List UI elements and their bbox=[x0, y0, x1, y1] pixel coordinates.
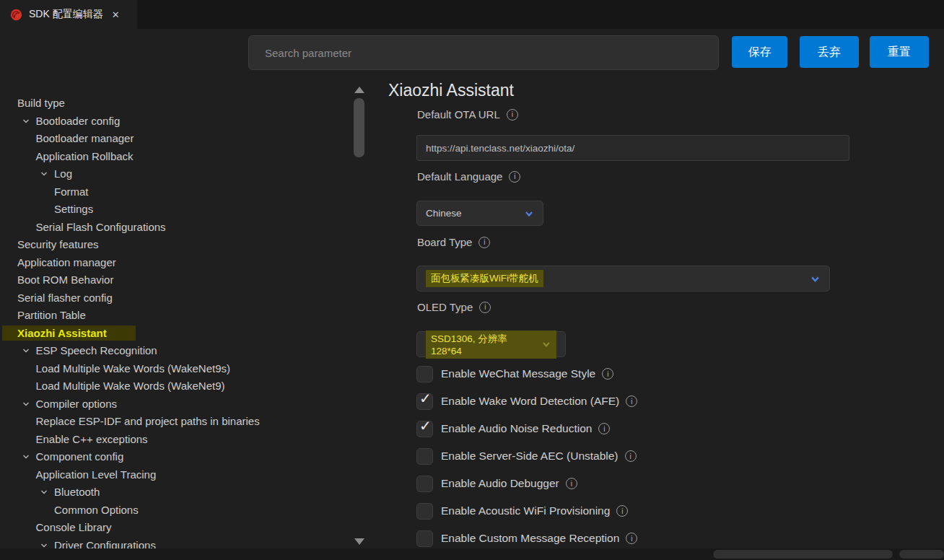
tree-item[interactable]: Load Multiple Wake Words (WakeNet9) bbox=[0, 377, 346, 395]
board-type-label: Board Type i bbox=[417, 236, 490, 248]
info-icon[interactable]: i bbox=[478, 237, 490, 248]
tree-item[interactable]: Application manager bbox=[0, 254, 346, 272]
chevron-down-icon[interactable] bbox=[21, 399, 31, 409]
tab-bar: SDK 配置编辑器 ✕ bbox=[0, 0, 944, 29]
tree-item[interactable]: Bootloader config bbox=[0, 113, 346, 131]
checkbox-label: Enable Wake Word Detection (AFE) bbox=[441, 395, 619, 408]
save-button[interactable]: 保存 bbox=[732, 36, 787, 68]
checkbox-label: Enable Server-Side AEC (Unstable) bbox=[441, 450, 619, 463]
checkbox[interactable]: ✓ bbox=[416, 393, 433, 410]
horizontal-scrollbar-thumb[interactable] bbox=[899, 550, 944, 559]
oled-type-label: OLED Type i bbox=[417, 301, 491, 313]
tree-item[interactable]: Compiler options bbox=[0, 395, 346, 414]
checkbox-row: ✓ Enable Wake Word Detection (AFE) i bbox=[416, 393, 637, 410]
info-icon[interactable]: i bbox=[507, 109, 518, 121]
tree-item-label: Replace ESP-IDF and project paths in bin… bbox=[36, 415, 260, 427]
info-icon[interactable]: i bbox=[602, 368, 613, 380]
ota-url-input[interactable] bbox=[416, 135, 849, 161]
info-icon[interactable]: i bbox=[625, 450, 637, 462]
tree-item-label: Enable C++ exceptions bbox=[36, 433, 148, 445]
tree-item[interactable]: Component config bbox=[0, 448, 346, 466]
chevron-down-icon bbox=[810, 274, 821, 284]
checkbox[interactable] bbox=[416, 530, 433, 547]
tree-item[interactable]: Bootloader manager bbox=[0, 130, 346, 148]
checkbox-label: Enable Custom Message Reception bbox=[441, 532, 619, 545]
vertical-scrollbar-thumb[interactable] bbox=[354, 98, 364, 157]
discard-button[interactable]: 丢弃 bbox=[800, 36, 859, 68]
chevron-down-icon[interactable] bbox=[21, 452, 31, 462]
info-icon[interactable]: i bbox=[509, 171, 520, 183]
chevron-down-icon[interactable] bbox=[39, 169, 49, 179]
chevron-down-icon[interactable] bbox=[21, 116, 31, 126]
search-input[interactable] bbox=[248, 35, 719, 70]
tree-item-label: Partition Table bbox=[17, 309, 86, 321]
oled-type-label-text: OLED Type bbox=[417, 301, 473, 313]
info-icon[interactable]: i bbox=[626, 533, 637, 544]
tree-item-label: Application manager bbox=[17, 256, 116, 268]
tree-item[interactable]: Partition Table bbox=[0, 307, 346, 325]
info-icon[interactable]: i bbox=[566, 478, 577, 489]
tab-title: SDK 配置编辑器 bbox=[29, 8, 103, 21]
checkmark-icon: ✓ bbox=[419, 417, 432, 434]
checkbox[interactable] bbox=[416, 366, 433, 382]
checkbox[interactable]: ✓ bbox=[416, 421, 433, 437]
checkbox[interactable] bbox=[416, 503, 433, 520]
tree-item[interactable]: Format bbox=[0, 183, 346, 201]
checkbox[interactable] bbox=[416, 476, 433, 492]
chevron-down-icon[interactable] bbox=[39, 487, 49, 497]
info-icon[interactable]: i bbox=[616, 505, 628, 517]
close-icon[interactable]: ✕ bbox=[112, 9, 120, 20]
tree-item-label: Load Multiple Wake Words (WakeNet9s) bbox=[36, 362, 231, 375]
info-icon[interactable]: i bbox=[598, 423, 610, 434]
checkbox[interactable] bbox=[416, 448, 433, 465]
info-icon[interactable]: i bbox=[479, 302, 491, 313]
horizontal-scrollbar-thumb[interactable] bbox=[713, 550, 893, 559]
tree-item[interactable]: Security features bbox=[0, 236, 346, 254]
oled-type-value-text: SSD1306, 分辨率128*64 bbox=[431, 333, 536, 356]
tree-item-label: Application Rollback bbox=[36, 150, 134, 162]
tree-item-label: Common Options bbox=[54, 504, 139, 516]
reset-button[interactable]: 重置 bbox=[870, 36, 929, 68]
tree-item-label: ESP Speech Recognition bbox=[36, 344, 157, 356]
tree-item[interactable]: Xiaozhi Assistant bbox=[0, 325, 346, 343]
tree-item-label: Security features bbox=[17, 238, 99, 250]
page-title: Xiaozhi Assistant bbox=[388, 81, 514, 100]
tree-item[interactable]: Load Multiple Wake Words (WakeNet9s) bbox=[0, 360, 346, 378]
scroll-down-arrow-icon[interactable] bbox=[354, 538, 364, 545]
oled-type-value: SSD1306, 分辨率128*64 bbox=[426, 331, 556, 359]
board-type-label-text: Board Type bbox=[417, 236, 472, 248]
tree-item-label: Log bbox=[54, 167, 72, 180]
default-language-select[interactable]: Chinese bbox=[416, 201, 543, 226]
tree-item[interactable]: Application Level Tracing bbox=[0, 466, 346, 484]
default-language-label-text: Default Language bbox=[417, 170, 502, 183]
tree-item[interactable]: Settings bbox=[0, 201, 346, 219]
checkbox-row: ✓ Enable Audio Noise Reduction i bbox=[416, 420, 610, 437]
tree-item[interactable]: ESP Speech Recognition bbox=[0, 342, 346, 360]
tree-item[interactable]: Log bbox=[0, 165, 346, 183]
tree-item-label: Bootloader config bbox=[36, 115, 121, 127]
tab-sdk-config-editor[interactable]: SDK 配置编辑器 ✕ bbox=[0, 0, 137, 29]
oled-type-select[interactable]: SSD1306, 分辨率128*64 bbox=[416, 331, 566, 357]
tree-item-label: Build type bbox=[17, 97, 65, 109]
board-type-select[interactable]: 面包板紧凑版WiFi带舵机 bbox=[416, 266, 830, 292]
checkbox-row: Enable Custom Message Reception i bbox=[416, 530, 637, 547]
chevron-down-icon[interactable] bbox=[21, 346, 31, 356]
tree-item[interactable]: Enable C++ exceptions bbox=[0, 431, 346, 449]
tree-item[interactable]: Serial Flash Configurations bbox=[0, 219, 346, 237]
tree-item[interactable]: Serial flasher config bbox=[0, 289, 346, 307]
tree-item[interactable]: Boot ROM Behavior bbox=[0, 271, 346, 289]
info-icon[interactable]: i bbox=[626, 395, 637, 407]
tree-item[interactable]: Console Library bbox=[0, 519, 346, 537]
tree-item[interactable]: Application Rollback bbox=[0, 148, 346, 166]
tree-item[interactable]: Replace ESP-IDF and project paths in bin… bbox=[0, 413, 346, 431]
tree-item[interactable]: Bluetooth bbox=[0, 484, 346, 502]
tree-item-label: Boot ROM Behavior bbox=[17, 274, 113, 286]
default-language-label: Default Language i bbox=[417, 170, 520, 183]
scroll-up-arrow-icon[interactable] bbox=[354, 87, 364, 93]
tree-item-label: Xiaozhi Assistant bbox=[2, 325, 136, 341]
tree-item-label: Bluetooth bbox=[54, 486, 100, 498]
checkbox-row: Enable Acoustic WiFi Provisioning i bbox=[416, 502, 628, 520]
tree-item[interactable]: Build type bbox=[0, 95, 346, 113]
tree-item[interactable]: Common Options bbox=[0, 502, 346, 520]
espressif-logo-icon bbox=[10, 9, 22, 21]
